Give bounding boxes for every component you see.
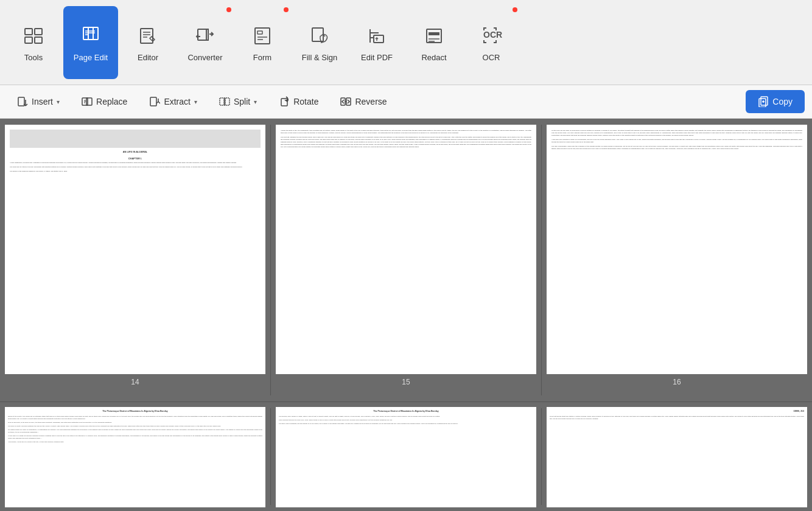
reverse-button[interactable]: Reverse [331, 90, 396, 113]
bottom-thumb-3: 19990, 213 From that narrow street had s… [547, 407, 807, 507]
ocr-icon: OCR [478, 23, 505, 49]
bottom-thumb-1: The Picturesque District of Mountains In… [5, 407, 265, 507]
page-14-wrapper[interactable]: AN LIFE IN ALGERIA. CHAPTER I. At last S… [0, 119, 270, 401]
fill-sign-icon [306, 23, 333, 49]
svg-rect-0 [25, 29, 32, 35]
rotate-button[interactable]: Rotate [269, 90, 328, 113]
copy-button[interactable]: Copy [746, 90, 805, 113]
svg-rect-17 [255, 28, 270, 44]
tool-fill-sign[interactable]: Fill & Sign [292, 6, 347, 79]
svg-rect-33 [18, 97, 24, 106]
page-14-thumb: AN LIFE IN ALGERIA. CHAPTER I. At last S… [5, 125, 265, 374]
form-label: Form [253, 53, 271, 62]
bottom-row: The Picturesque District of Mountains In… [0, 401, 812, 511]
tool-page-edit[interactable]: Page Edit [63, 6, 118, 79]
bottom-thumb-2: The Picturesque District of Mountains In… [276, 407, 536, 507]
copy-icon [758, 96, 769, 107]
form-notification [284, 7, 289, 12]
tool-form[interactable]: Form [235, 6, 290, 79]
svg-rect-25 [374, 35, 383, 43]
bottom-page-3[interactable]: 19990, 213 From that narrow street had s… [542, 402, 812, 511]
svg-rect-3 [35, 37, 42, 43]
svg-text:OCR: OCR [483, 30, 502, 40]
svg-rect-18 [257, 31, 262, 34]
svg-rect-11 [141, 29, 153, 43]
svg-rect-28 [427, 29, 441, 43]
svg-rect-49 [281, 99, 287, 106]
svg-rect-16 [198, 29, 206, 40]
tool-ocr[interactable]: OCR OCR [464, 6, 519, 79]
form-icon [249, 23, 276, 49]
top-toolbar: Tools Page Edit [0, 0, 812, 85]
extract-icon [149, 96, 160, 107]
converter-notification [226, 7, 231, 12]
tools-label: Tools [24, 53, 43, 62]
action-toolbar: Insert ▾ Replace Extract ▾ Split [0, 85, 812, 119]
page-edit-label: Page Edit [74, 53, 108, 62]
svg-rect-1 [35, 29, 42, 35]
editor-label: Editor [138, 53, 158, 62]
reverse-icon [340, 96, 351, 107]
page-15-num: 15 [402, 378, 410, 386]
editor-icon [135, 23, 161, 49]
bottom-page-2[interactable]: The Picturesque District of Mountains In… [271, 402, 541, 511]
pages-top-row: AN LIFE IN ALGERIA. CHAPTER I. At last S… [0, 119, 812, 401]
reverse-label: Reverse [355, 97, 387, 106]
svg-rect-53 [761, 97, 768, 105]
tools-icon [20, 23, 47, 49]
split-chevron: ▾ [254, 99, 257, 105]
replace-button[interactable]: Replace [72, 90, 137, 113]
svg-rect-2 [25, 37, 32, 43]
insert-icon [17, 96, 28, 107]
page-16-thumb: On the road, we had seen no level piece … [547, 125, 807, 374]
main-content: AN LIFE IN ALGERIA. CHAPTER I. At last S… [0, 119, 812, 511]
copy-label: Copy [772, 97, 793, 106]
page-16-wrapper[interactable]: On the road, we had seen no level piece … [542, 119, 812, 401]
page-15-wrapper[interactable]: Among the spirits of the Aïth Mènguellat… [271, 119, 541, 401]
svg-rect-54 [759, 99, 766, 107]
tool-edit-pdf[interactable]: Edit PDF [349, 6, 404, 79]
insert-chevron: ▾ [57, 99, 60, 105]
tool-converter[interactable]: Converter [178, 6, 233, 79]
tool-tools[interactable]: Tools [6, 6, 61, 79]
svg-line-45 [158, 102, 160, 103]
tool-redact[interactable]: Redact [407, 6, 461, 79]
pages-container: AN LIFE IN ALGERIA. CHAPTER I. At last S… [0, 119, 812, 511]
replace-icon [82, 96, 93, 107]
split-button[interactable]: Split ▾ [209, 90, 267, 113]
page-15-thumb: Among the spirits of the Aïth Mènguellat… [276, 125, 536, 374]
redact-icon [421, 23, 447, 49]
tool-editor[interactable]: Editor [121, 6, 175, 79]
extract-chevron: ▾ [194, 99, 197, 105]
ocr-label: OCR [483, 53, 500, 62]
svg-rect-42 [150, 97, 156, 106]
edit-pdf-icon [363, 23, 390, 49]
extract-button[interactable]: Extract ▾ [139, 90, 207, 113]
extract-label: Extract [164, 97, 191, 106]
insert-button[interactable]: Insert ▾ [7, 90, 69, 113]
replace-label: Replace [96, 97, 127, 106]
split-label: Split [234, 97, 250, 106]
split-icon [219, 96, 230, 107]
redact-label: Redact [421, 53, 446, 62]
converter-label: Converter [187, 53, 222, 62]
rotate-icon [279, 96, 290, 107]
page-16-num: 16 [673, 378, 681, 386]
page-14-num: 14 [131, 378, 139, 386]
svg-rect-29 [429, 32, 439, 35]
fill-sign-label: Fill & Sign [302, 53, 338, 62]
svg-rect-21 [312, 28, 323, 41]
insert-label: Insert [32, 97, 53, 106]
rotate-label: Rotate [293, 97, 318, 106]
svg-rect-47 [225, 98, 229, 105]
ocr-notification [513, 7, 517, 12]
converter-icon [192, 23, 219, 49]
edit-pdf-label: Edit PDF [361, 53, 393, 62]
svg-rect-46 [220, 98, 224, 105]
page-edit-icon [77, 23, 104, 49]
bottom-page-1[interactable]: The Picturesque District of Mountains In… [0, 402, 270, 511]
